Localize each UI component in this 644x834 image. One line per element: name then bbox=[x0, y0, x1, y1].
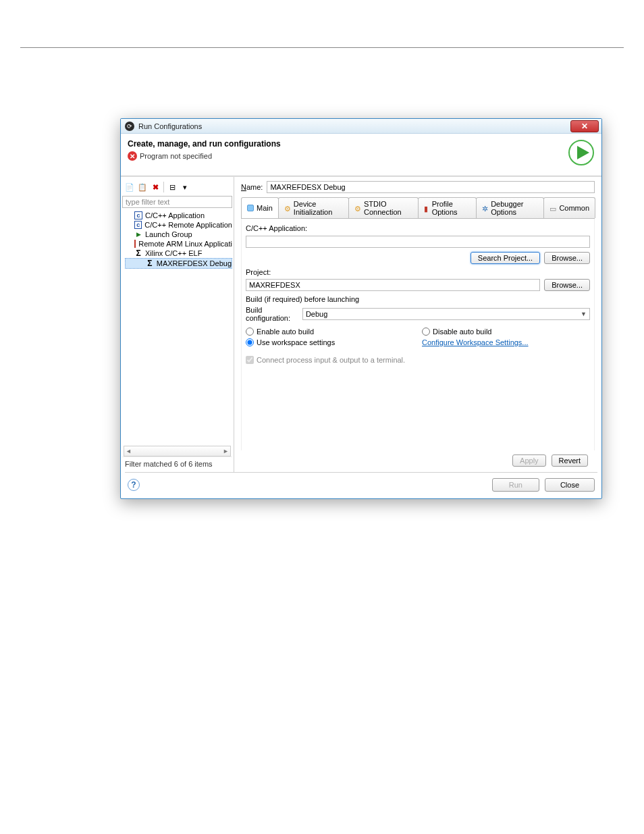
run-hero-icon bbox=[568, 139, 595, 169]
tab-profile-label: Profile Options bbox=[432, 200, 471, 216]
header-title: Create, manage, and run configurations bbox=[128, 139, 281, 149]
dialog-header: Create, manage, and run configurations ✕… bbox=[121, 134, 601, 176]
tree-item-label: C/C++ Application bbox=[145, 211, 205, 219]
new-config-button[interactable]: 📄 bbox=[124, 181, 136, 193]
chevron-down-icon: ▼ bbox=[581, 311, 587, 317]
tree-item-icon bbox=[134, 240, 136, 248]
tree-item-label: C/C++ Remote Application bbox=[144, 221, 232, 229]
titlebar: ⟳ Run Configurations ✕ bbox=[121, 119, 601, 134]
collapse-all-button[interactable]: ⊟ bbox=[166, 181, 178, 193]
tree-item-icon: ▶ bbox=[134, 230, 142, 238]
tab-debugger-label: Debugger Options bbox=[491, 200, 538, 216]
tab-stdio-label: STDIO Connection bbox=[364, 200, 412, 216]
duplicate-config-button[interactable]: 📋 bbox=[136, 181, 149, 193]
radio-enable-auto-build[interactable]: Enable auto build bbox=[246, 328, 414, 336]
config-tree: cC/C++ ApplicationcC/C++ Remote Applicat… bbox=[122, 208, 232, 444]
dialog-body: 📄 📋 ✖ ⊟ ▾ cC/C++ ApplicationcC/C++ Remot… bbox=[121, 176, 601, 472]
window-close-button[interactable]: ✕ bbox=[570, 120, 599, 132]
name-input[interactable] bbox=[267, 181, 595, 193]
filter-dropdown-button[interactable]: ▾ bbox=[179, 181, 191, 193]
tree-item-icon: Σ bbox=[134, 249, 142, 257]
svg-marker-1 bbox=[577, 146, 589, 159]
app-icon: ⟳ bbox=[125, 122, 134, 131]
tab-common[interactable]: ▭Common bbox=[543, 197, 595, 218]
delete-config-button[interactable]: ✖ bbox=[149, 181, 161, 193]
build-config-select[interactable]: Debug ▼ bbox=[302, 308, 590, 320]
cpp-application-label: C/C++ Application: bbox=[246, 224, 590, 232]
right-pane: Name: Main ⚙Device Initialization ⚙STDIO… bbox=[234, 177, 601, 472]
tree-item-icon: c bbox=[134, 211, 142, 219]
name-label: Name: bbox=[241, 183, 263, 191]
tree-item-icon: c bbox=[134, 221, 142, 229]
radio-use-workspace-settings[interactable]: Use workspace settings bbox=[246, 338, 414, 346]
error-icon: ✕ bbox=[128, 151, 137, 161]
tree-item[interactable]: ΣXilinx C/C++ ELF bbox=[125, 249, 232, 258]
connect-terminal-label: Connect process input & output to a term… bbox=[257, 356, 405, 364]
revert-button[interactable]: Revert bbox=[552, 454, 588, 467]
apply-revert-row: Apply Revert bbox=[241, 450, 595, 472]
tab-stdio-connection[interactable]: ⚙STDIO Connection bbox=[348, 197, 419, 218]
tab-device-initialization[interactable]: ⚙Device Initialization bbox=[278, 197, 349, 218]
tree-item[interactable]: cC/C++ Application bbox=[125, 211, 232, 220]
connect-terminal-checkbox bbox=[246, 356, 254, 364]
run-button[interactable]: Run bbox=[492, 478, 539, 492]
close-button[interactable]: Close bbox=[545, 478, 595, 492]
search-project-button[interactable]: Search Project... bbox=[471, 252, 540, 264]
build-config-label: Build configuration: bbox=[246, 306, 298, 322]
tree-item[interactable]: ΣMAXREFDESX Debug bbox=[125, 258, 232, 269]
cpp-application-input[interactable] bbox=[246, 236, 590, 248]
tab-profile-options[interactable]: ▮Profile Options bbox=[418, 197, 477, 218]
page-divider bbox=[20, 47, 624, 48]
tab-main-body: C/C++ Application: Search Project... Bro… bbox=[241, 219, 595, 450]
tab-common-label: Common bbox=[559, 204, 589, 212]
tree-item[interactable]: Remote ARM Linux Applicati bbox=[125, 239, 232, 249]
tree-item-label: Xilinx C/C++ ELF bbox=[145, 249, 202, 257]
browse-project-button[interactable]: Browse... bbox=[544, 279, 590, 291]
filter-input[interactable] bbox=[122, 196, 232, 208]
build-config-value: Debug bbox=[306, 310, 327, 318]
header-status: Program not specified bbox=[140, 152, 212, 160]
tab-main[interactable]: Main bbox=[241, 197, 279, 218]
build-section-label: Build (if required) before launching bbox=[246, 295, 590, 303]
tab-device-init-label: Device Initialization bbox=[294, 200, 343, 216]
config-tabs: Main ⚙Device Initialization ⚙STDIO Conne… bbox=[241, 197, 595, 219]
window-title: Run Configurations bbox=[138, 122, 202, 130]
tree-item-label: Launch Group bbox=[145, 230, 192, 238]
tree-horizontal-scrollbar[interactable]: ◄► bbox=[124, 446, 231, 457]
configure-workspace-link[interactable]: Configure Workspace Settings... bbox=[422, 338, 529, 346]
radio-disable-auto-build[interactable]: Disable auto build bbox=[422, 328, 590, 336]
tab-debugger-options[interactable]: ✲Debugger Options bbox=[476, 197, 544, 218]
tree-item-label: Remote ARM Linux Applicati bbox=[138, 240, 232, 248]
apply-button[interactable]: Apply bbox=[512, 454, 546, 467]
tree-toolbar: 📄 📋 ✖ ⊟ ▾ bbox=[122, 180, 232, 196]
project-input[interactable] bbox=[246, 279, 540, 291]
tree-item-label: MAXREFDESX Debug bbox=[157, 259, 232, 267]
filter-count-label: Filter matched 6 of 6 items bbox=[122, 457, 232, 472]
run-configurations-dialog: ⟳ Run Configurations ✕ Create, manage, a… bbox=[120, 118, 602, 499]
left-pane: 📄 📋 ✖ ⊟ ▾ cC/C++ ApplicationcC/C++ Remot… bbox=[121, 177, 234, 472]
tree-item[interactable]: cC/C++ Remote Application bbox=[125, 220, 232, 230]
browse-application-button[interactable]: Browse... bbox=[544, 252, 590, 264]
help-button[interactable]: ? bbox=[128, 479, 140, 491]
toolbar-separator bbox=[163, 182, 164, 192]
tree-item-icon: Σ bbox=[146, 259, 154, 267]
tree-item[interactable]: ▶Launch Group bbox=[125, 230, 232, 239]
tab-main-label: Main bbox=[257, 204, 273, 212]
